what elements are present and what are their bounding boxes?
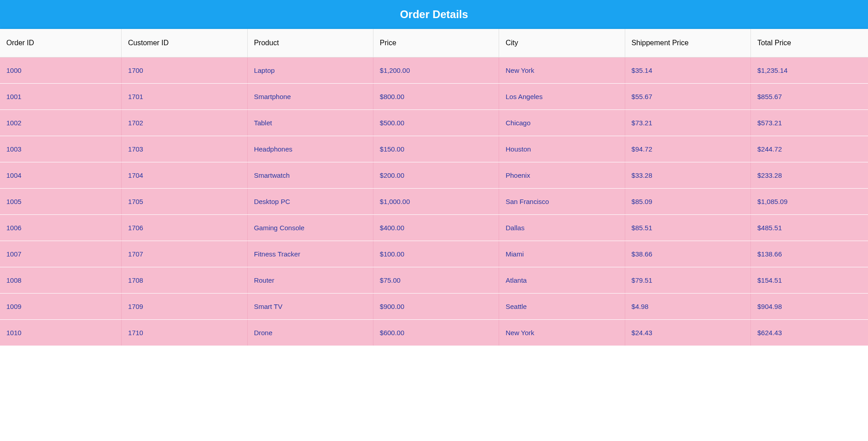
cell-orderid: 1009 — [0, 294, 122, 320]
cell-product: Fitness Tracker — [247, 241, 373, 267]
cell-customerid: 1706 — [122, 215, 247, 241]
cell-customerid: 1703 — [122, 136, 247, 162]
table-row[interactable]: 10011701Smartphone$800.00Los Angeles$55.… — [0, 84, 868, 110]
column-header-orderid[interactable]: Order ID — [0, 29, 122, 57]
cell-product: Laptop — [247, 57, 373, 84]
cell-price: $1,200.00 — [373, 57, 499, 84]
cell-price: $400.00 — [373, 215, 499, 241]
column-header-total[interactable]: Total Price — [751, 29, 868, 57]
table-row[interactable]: 10031703Headphones$150.00Houston$94.72$2… — [0, 136, 868, 162]
cell-city: Los Angeles — [499, 84, 625, 110]
cell-price: $1,000.00 — [373, 189, 499, 215]
cell-shipment: $35.14 — [625, 57, 750, 84]
cell-customerid: 1700 — [122, 57, 247, 84]
cell-product: Smart TV — [247, 294, 373, 320]
cell-total: $138.66 — [751, 241, 868, 267]
cell-orderid: 1006 — [0, 215, 122, 241]
column-header-city[interactable]: City — [499, 29, 625, 57]
cell-product: Smartwatch — [247, 162, 373, 189]
cell-city: San Francisco — [499, 189, 625, 215]
page-title: Order Details — [0, 0, 868, 29]
table-row[interactable]: 10051705Desktop PC$1,000.00San Francisco… — [0, 189, 868, 215]
cell-total: $624.43 — [751, 320, 868, 346]
cell-total: $855.67 — [751, 84, 868, 110]
cell-product: Tablet — [247, 110, 373, 136]
column-header-product[interactable]: Product — [247, 29, 373, 57]
order-table: Order ID Customer ID Product Price City … — [0, 29, 868, 346]
cell-price: $900.00 — [373, 294, 499, 320]
cell-price: $600.00 — [373, 320, 499, 346]
cell-product: Desktop PC — [247, 189, 373, 215]
cell-price: $100.00 — [373, 241, 499, 267]
cell-price: $75.00 — [373, 267, 499, 294]
cell-customerid: 1701 — [122, 84, 247, 110]
cell-price: $800.00 — [373, 84, 499, 110]
cell-price: $200.00 — [373, 162, 499, 189]
cell-total: $154.51 — [751, 267, 868, 294]
cell-shipment: $85.51 — [625, 215, 750, 241]
cell-shipment: $33.28 — [625, 162, 750, 189]
cell-city: Seattle — [499, 294, 625, 320]
table-row[interactable]: 10101710Drone$600.00New York$24.43$624.4… — [0, 320, 868, 346]
table-row[interactable]: 10091709Smart TV$900.00Seattle$4.98$904.… — [0, 294, 868, 320]
table-row[interactable]: 10071707Fitness Tracker$100.00Miami$38.6… — [0, 241, 868, 267]
table-row[interactable]: 10081708Router$75.00Atlanta$79.51$154.51 — [0, 267, 868, 294]
table-row[interactable]: 10021702Tablet$500.00Chicago$73.21$573.2… — [0, 110, 868, 136]
table-row[interactable]: 10061706Gaming Console$400.00Dallas$85.5… — [0, 215, 868, 241]
cell-orderid: 1007 — [0, 241, 122, 267]
cell-total: $1,085.09 — [751, 189, 868, 215]
cell-city: Miami — [499, 241, 625, 267]
cell-customerid: 1709 — [122, 294, 247, 320]
cell-orderid: 1005 — [0, 189, 122, 215]
cell-city: Houston — [499, 136, 625, 162]
cell-shipment: $79.51 — [625, 267, 750, 294]
cell-shipment: $38.66 — [625, 241, 750, 267]
column-header-customerid[interactable]: Customer ID — [122, 29, 247, 57]
cell-customerid: 1708 — [122, 267, 247, 294]
column-header-price[interactable]: Price — [373, 29, 499, 57]
cell-orderid: 1003 — [0, 136, 122, 162]
cell-price: $150.00 — [373, 136, 499, 162]
cell-shipment: $4.98 — [625, 294, 750, 320]
cell-orderid: 1008 — [0, 267, 122, 294]
cell-shipment: $55.67 — [625, 84, 750, 110]
cell-orderid: 1010 — [0, 320, 122, 346]
cell-city: Chicago — [499, 110, 625, 136]
cell-city: Dallas — [499, 215, 625, 241]
cell-shipment: $24.43 — [625, 320, 750, 346]
cell-city: Phoenix — [499, 162, 625, 189]
cell-city: New York — [499, 320, 625, 346]
table-row[interactable]: 10001700Laptop$1,200.00New York$35.14$1,… — [0, 57, 868, 84]
cell-shipment: $73.21 — [625, 110, 750, 136]
cell-shipment: $85.09 — [625, 189, 750, 215]
cell-total: $573.21 — [751, 110, 868, 136]
cell-product: Router — [247, 267, 373, 294]
cell-total: $233.28 — [751, 162, 868, 189]
cell-total: $485.51 — [751, 215, 868, 241]
cell-total: $244.72 — [751, 136, 868, 162]
cell-customerid: 1705 — [122, 189, 247, 215]
cell-orderid: 1000 — [0, 57, 122, 84]
cell-shipment: $94.72 — [625, 136, 750, 162]
cell-price: $500.00 — [373, 110, 499, 136]
cell-customerid: 1707 — [122, 241, 247, 267]
cell-orderid: 1004 — [0, 162, 122, 189]
cell-product: Headphones — [247, 136, 373, 162]
table-row[interactable]: 10041704Smartwatch$200.00Phoenix$33.28$2… — [0, 162, 868, 189]
cell-customerid: 1704 — [122, 162, 247, 189]
order-table-container: Order ID Customer ID Product Price City … — [0, 29, 868, 346]
cell-orderid: 1001 — [0, 84, 122, 110]
cell-product: Smartphone — [247, 84, 373, 110]
cell-product: Gaming Console — [247, 215, 373, 241]
cell-city: Atlanta — [499, 267, 625, 294]
table-header-row: Order ID Customer ID Product Price City … — [0, 29, 868, 57]
cell-product: Drone — [247, 320, 373, 346]
cell-customerid: 1710 — [122, 320, 247, 346]
cell-orderid: 1002 — [0, 110, 122, 136]
cell-city: New York — [499, 57, 625, 84]
cell-total: $1,235.14 — [751, 57, 868, 84]
column-header-shipment[interactable]: Shippement Price — [625, 29, 750, 57]
cell-total: $904.98 — [751, 294, 868, 320]
cell-customerid: 1702 — [122, 110, 247, 136]
